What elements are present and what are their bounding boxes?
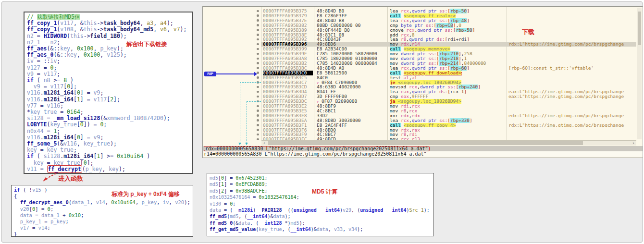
disasm-comment xyxy=(508,47,635,51)
disasm-row[interactable]: 00007FFFA695B3E248:8BF9mov rdi,rcx xyxy=(203,104,643,109)
disasm-address: 00007FFFA695B3FC xyxy=(263,137,313,140)
disasm-row[interactable]: 00007FFFA695B3FC49:8BCDmov rcx,r13 xyxy=(203,137,643,140)
vertical-scrollbar[interactable] xyxy=(637,8,642,139)
disasm-row[interactable]: 00007FFFA695B3A8C785 18020000 01000000mo… xyxy=(203,56,643,61)
horizontal-scrollbar[interactable]: ‹ › xyxy=(261,140,636,146)
disasm-row[interactable]: 00007FFFA695B3C7∨ 0F84 C7090000je <sogou… xyxy=(203,80,643,85)
disasm-bytes: 84C0 xyxy=(317,75,387,80)
disasm-row[interactable]: 00007FFFA695B38280BD C8000000 00cmp byte… xyxy=(203,23,643,28)
disasm-address: 00007FFFA695B3C7 xyxy=(263,80,313,85)
disasm-row[interactable]: 00007FFFA695B3B2C785 14020000 00000084mo… xyxy=(203,61,643,66)
disasm-bytes: 48:8D4D B0 xyxy=(317,9,387,13)
disasm-bytes: 4C:8D043F xyxy=(317,37,387,42)
disasm-address: 00007FFFA695B3C5 xyxy=(263,75,313,80)
disasm-row[interactable]: 00007FFFA695B3924C:8D043Flea r8,qword pt… xyxy=(203,37,643,42)
disassembly-rows: 00007FFFA695B37548:8D4D B0lea rcx,qword … xyxy=(203,7,643,140)
disasm-row[interactable]: 00007FFFA695B3E54C:8BC1mov r8,rcx xyxy=(203,109,643,113)
scroll-right-button[interactable]: › xyxy=(631,141,636,146)
disasm-bytes: 48:8BD0 xyxy=(317,128,387,133)
disasm-row[interactable]: 00007FFFA695B3DC∨ 0F87 B2090000ja <sogou… xyxy=(203,99,643,104)
disasm-instruction: mov rdi,rcx xyxy=(390,104,506,109)
disasm-address: 00007FFFA695B3CD xyxy=(263,85,313,89)
disasm-address: 00007FFFA695B3DC xyxy=(263,99,313,104)
disasm-address: 00007FFFA695B39E xyxy=(263,51,313,56)
disasm-row[interactable]: 00007FFFA695B38E48:83C1 08add rcx,8 xyxy=(203,33,643,37)
disasm-row[interactable]: 00007FFFA695B3F1E8 2AC4F4FFcall <sogoupy… xyxy=(203,123,643,128)
disasm-address: 00007FFFA695B3B2 xyxy=(263,61,313,66)
disasm-row[interactable]: 00007FFFA695B399E8 A2B34C00call <sogoupy… xyxy=(203,47,643,51)
disasm-address: 00007FFFA695B3E8 xyxy=(263,113,313,118)
disasm-comment xyxy=(508,80,635,85)
disasm-instruction: mov rdx,r14 xyxy=(390,42,506,47)
disasm-comment: rdx:L"https://ime.gtimg.com/pc/brspgchan… xyxy=(508,123,635,128)
disasm-bytes: C785 18020000 01000000 xyxy=(317,56,387,61)
disasm-row[interactable]: 00007FFFA695B379E8 C286F3FFcall <sogoupy… xyxy=(203,13,643,18)
disasm-row[interactable]: 00007FFFA695B3CD48:638D 40020000movsxd r… xyxy=(203,85,643,89)
screenshot-root: // 获取链接和MD5值ff_copy_1(v117, &this->task_… xyxy=(1,1,643,243)
disasm-bytes: 48:8D4D B8 xyxy=(317,18,387,23)
disasm-comment xyxy=(508,37,635,42)
disasm-bytes: 48:83C1 08 xyxy=(317,33,387,37)
code-line: v11 = ff_decrypt(p_key, key); xyxy=(27,166,191,172)
disasm-bytes: 48:0F444D B0 xyxy=(317,28,387,33)
disasm-row[interactable]: 00007FFFA695B3EA48:8D8D 30030000lea rcx,… xyxy=(203,118,643,123)
disasm-row[interactable]: 00007FFFA695B3D73D FFFF9F00cmp eax,9FFFF… xyxy=(203,94,643,99)
disasm-bytes: 48:638D 40020000 xyxy=(317,85,387,89)
code-line: v130 = 0; xyxy=(210,201,433,207)
disasm-comment: rdx:L"https://ime.gtimg.com/pc/brspgchan… xyxy=(508,42,635,47)
jump-arrow-down-icon xyxy=(238,143,241,145)
disasm-row[interactable]: 00007FFFA695B37548:8D4D B0lea rcx,qword … xyxy=(203,9,643,13)
disasm-row[interactable]: 00007FFFA695B3F648:8BD0mov rdx,rax xyxy=(203,128,643,133)
disasm-instruction: mov r8,rdi xyxy=(390,132,506,137)
disasm-instruction: lea rcx,qword ptr ss:[rbp+330] xyxy=(390,118,506,123)
disasm-instruction: movsxd rcx,dword ptr ss:[rbp+240] xyxy=(390,85,506,89)
code-line: md5[1] = 0xEFCDAB89; xyxy=(210,181,433,187)
disasm-row[interactable]: 00007FFFA695B39EC785 10020000 58020000mo… xyxy=(203,51,643,56)
disasm-row[interactable]: 00007FFFA695B3F94C:8BC7mov r8,rdi xyxy=(203,132,643,137)
disasm-row[interactable]: 00007FFFA695B3C0E8 5B612500call <sogoupy… xyxy=(203,71,643,75)
disasm-instruction: test al,al xyxy=(390,75,506,80)
disasm-instruction: cmp eax,9FFFFF xyxy=(390,94,506,99)
register-value-line-rdx: rdx=000000000565A830 L"https://ime.gtimg… xyxy=(203,146,643,151)
disasm-instruction: call <sogoupy.ff_copy_4> xyxy=(390,123,506,128)
disasm-address: 00007FFFA695B396 xyxy=(263,42,313,47)
disasm-comment: [rbp-60]:const t_str::'vftable' xyxy=(508,66,635,71)
disasm-instruction: call <sogoupy.memmove> xyxy=(390,47,506,51)
disasm-instruction: cmp byte ptr ss:[rbp+C8],0 xyxy=(390,23,506,28)
pseudocode-listing: md5[0] = 0x67452301;md5[1] = 0xEFCDAB89;… xyxy=(210,175,433,236)
download-annotation: 下载 xyxy=(522,28,534,37)
horizontal-scrollbar-thumb[interactable] xyxy=(268,141,583,145)
disasm-bytes: 80BD C8000000 00 xyxy=(317,23,387,28)
disasm-row[interactable]: 00007FFFA695B3C584C0test al,al xyxy=(203,75,643,80)
disasm-address: 00007FFFA695B3E2 xyxy=(263,104,313,109)
disasm-instruction: mov rdx,rax xyxy=(390,128,506,133)
disasm-row[interactable]: 00007FFFA695B37E48:8D4D B8lea rcx,qword … xyxy=(203,18,643,23)
vertical-scrollbar-thumb[interactable] xyxy=(638,12,641,45)
disasm-address: 00007FFFA695B3F9 xyxy=(263,132,313,137)
disasm-row[interactable]: 00007FFFA695B3E833D2xor edx,edxedx:L"htt… xyxy=(203,113,643,118)
disasm-instruction: lea rcx,qword ptr ss:[rbp-48] xyxy=(390,18,506,23)
jump-line xyxy=(240,82,240,143)
scroll-left-button[interactable]: ‹ xyxy=(261,141,267,146)
red-arrow-icon xyxy=(42,172,57,183)
disasm-comment xyxy=(508,85,635,89)
disasm-instruction: cmove rcx,qword ptr ss:[rbp-50] xyxy=(390,28,506,33)
disasm-comment xyxy=(508,56,635,61)
disasm-instruction: lea rcx,qword ptr ss:[rbp-50] xyxy=(390,9,506,13)
disasm-row[interactable]: 00007FFFA695B39649:8BD6mov rdx,r14rdx:L"… xyxy=(203,42,643,47)
disasm-instruction: lea r8,qword ptr ds:[rdi+rdi] xyxy=(390,37,506,42)
disasm-instruction: ja <sogoupy.loc_18026BD94> xyxy=(390,99,506,104)
disasm-instruction: add rcx,8 xyxy=(390,33,506,37)
enter-function-annotation: 进入函数 xyxy=(42,172,109,183)
disasm-row[interactable]: 00007FFFA695B38948:0F444D B0cmove rcx,qw… xyxy=(203,28,643,33)
disasm-comment xyxy=(508,137,635,140)
disasm-row[interactable]: 00007FFFA695B3D48D41 FFlea eax,qword ptr… xyxy=(203,89,643,94)
disasm-address: 00007FFFA695B3BC xyxy=(263,66,313,71)
rip-arrow-line xyxy=(216,73,254,74)
disasm-instruction: lea rcx,qword ptr ss:[rbp-60] xyxy=(390,66,506,71)
disasm-row[interactable]: 00007FFFA695B3BC48:8D4D A0lea rcx,qword … xyxy=(203,66,643,71)
disasm-address: 00007FFFA695B3EA xyxy=(263,118,313,123)
disasm-comment xyxy=(508,61,635,66)
disasm-bytes: E8 A2B34C00 xyxy=(317,47,387,51)
jump-line xyxy=(247,101,247,143)
